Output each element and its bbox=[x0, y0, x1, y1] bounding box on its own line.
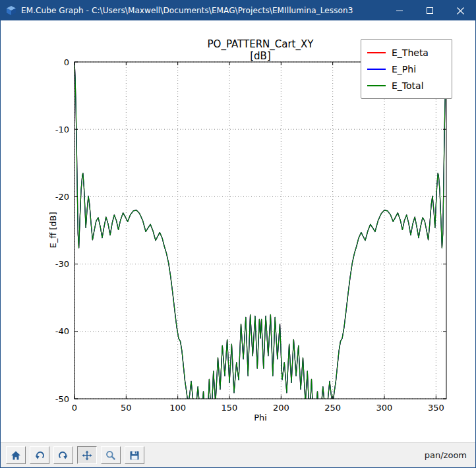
x-tick-label: 150 bbox=[222, 403, 238, 413]
home-button[interactable] bbox=[6, 446, 26, 464]
x-tick-label: 100 bbox=[169, 403, 186, 413]
axes-frame-layer: 0501001502002503003500-10-20-30-40-50 bbox=[55, 57, 446, 413]
home-icon bbox=[11, 450, 21, 461]
grid-layer bbox=[74, 62, 446, 399]
y-tick-label: -50 bbox=[55, 394, 69, 404]
maximize-button[interactable] bbox=[415, 1, 445, 20]
app-window: EM.Cube Graph - C:\Users\Maxwell\Documen… bbox=[0, 0, 476, 468]
back-arrow-icon bbox=[34, 450, 45, 461]
x-tick-label: 350 bbox=[428, 403, 444, 413]
series-line-E_Phi bbox=[74, 62, 446, 426]
series-line-E_Theta bbox=[74, 62, 446, 426]
legend-item-ephi: E_Phi bbox=[367, 61, 445, 77]
legend-item-etotal: E_Total bbox=[367, 77, 445, 94]
pan-arrows-icon bbox=[82, 450, 92, 461]
pan-button[interactable] bbox=[77, 446, 97, 464]
forward-arrow-icon bbox=[58, 450, 69, 461]
chart-title: PO_PATTERN_Cart_XY bbox=[208, 38, 314, 51]
axes-frame bbox=[74, 62, 446, 399]
x-tick-label: 200 bbox=[273, 403, 289, 413]
series-line-E_Total bbox=[74, 62, 446, 426]
maximize-icon bbox=[427, 7, 433, 14]
y-tick-label: -10 bbox=[55, 125, 69, 134]
window-title: EM.Cube Graph - C:\Users\Maxwell\Documen… bbox=[21, 6, 384, 15]
y-tick-label: -40 bbox=[55, 326, 69, 336]
x-tick-label: 50 bbox=[121, 403, 132, 413]
minimize-icon bbox=[396, 7, 403, 14]
legend-label: E_Theta bbox=[392, 47, 429, 58]
legend-label: E_Total bbox=[392, 80, 424, 91]
ephi-line-swatch bbox=[367, 69, 386, 70]
chart-legend: E_Theta E_Phi E_Total bbox=[361, 39, 452, 99]
legend-label: E_Phi bbox=[392, 64, 416, 74]
series-layer bbox=[74, 62, 446, 426]
x-tick-label: 300 bbox=[376, 403, 393, 413]
toolbar-mode-status: pan/zoom bbox=[425, 450, 475, 460]
y-axis-label: E_ff [dB] bbox=[48, 212, 58, 248]
magnifier-icon bbox=[105, 450, 116, 461]
navigation-toolbar: pan/zoom bbox=[1, 442, 475, 467]
x-tick-label: 250 bbox=[324, 403, 341, 413]
back-button[interactable] bbox=[30, 446, 49, 464]
minimize-button[interactable] bbox=[384, 1, 415, 20]
x-axis-label: Phi bbox=[254, 413, 267, 423]
save-button[interactable] bbox=[125, 446, 144, 464]
y-tick-label: 0 bbox=[64, 57, 69, 67]
close-icon bbox=[457, 7, 464, 15]
floppy-save-icon bbox=[129, 450, 140, 461]
forward-button[interactable] bbox=[53, 446, 73, 464]
legend-item-etheta: E_Theta bbox=[367, 44, 445, 61]
y-tick-label: -20 bbox=[55, 192, 69, 202]
zoom-rect-button[interactable] bbox=[101, 446, 121, 464]
figure-area: 0501001502002503003500-10-20-30-40-50 PO… bbox=[1, 20, 475, 442]
window-titlebar[interactable]: EM.Cube Graph - C:\Users\Maxwell\Documen… bbox=[1, 1, 475, 20]
close-button[interactable] bbox=[445, 1, 475, 20]
app-icon bbox=[6, 5, 16, 16]
x-tick-label: 0 bbox=[72, 403, 77, 413]
etheta-line-swatch bbox=[367, 52, 386, 53]
etotal-line-swatch bbox=[367, 85, 386, 86]
y-tick-label: -30 bbox=[55, 259, 69, 269]
chart-subtitle: [dB] bbox=[250, 50, 271, 62]
